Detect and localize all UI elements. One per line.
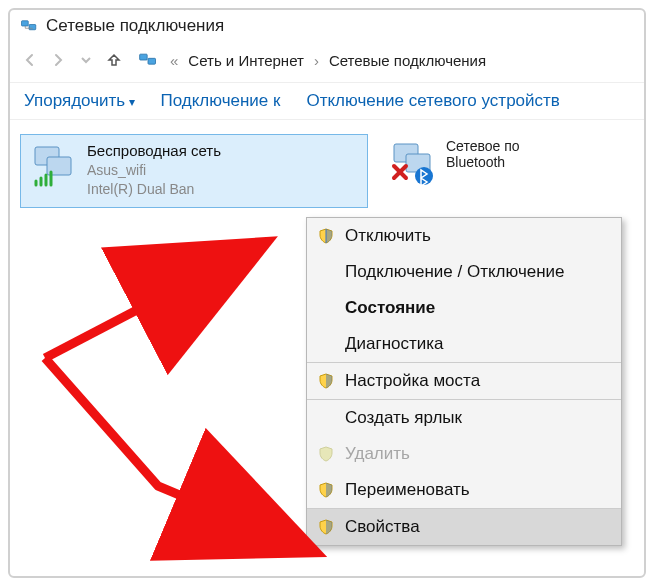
title-bar: Сетевые подключения <box>10 10 644 42</box>
back-button[interactable] <box>18 48 42 72</box>
ctx-label: Удалить <box>345 444 609 464</box>
ctx-label: Состояние <box>345 298 609 318</box>
wireless-adapter-icon <box>29 141 77 189</box>
shield-icon <box>317 445 335 463</box>
shield-icon <box>317 372 335 390</box>
connection-name: Сетевое по <box>446 138 520 154</box>
svg-rect-2 <box>140 54 148 60</box>
ctx-create-shortcut[interactable]: Создать ярлык <box>307 399 621 436</box>
breadcrumb-sep-1: › <box>312 52 321 69</box>
ctx-status[interactable]: Состояние <box>307 290 621 326</box>
ctx-label: Отключить <box>345 226 609 246</box>
connect-to-button[interactable]: Подключение к <box>161 91 281 111</box>
ctx-label: Переименовать <box>345 480 609 500</box>
bluetooth-adapter-icon <box>388 138 436 186</box>
forward-button[interactable] <box>46 48 70 72</box>
ctx-properties[interactable]: Свойства <box>307 508 621 545</box>
connection-ssid: Asus_wifi <box>87 161 221 180</box>
connection-line2: Bluetooth <box>446 154 520 170</box>
network-path-icon <box>138 50 158 70</box>
recent-dropdown[interactable] <box>74 48 98 72</box>
ctx-label: Диагностика <box>345 334 609 354</box>
ctx-label: Настройка моста <box>345 371 609 391</box>
ctx-label: Создать ярлык <box>345 408 609 428</box>
no-icon <box>317 335 335 353</box>
address-bar: « Сеть и Интернет › Сетевые подключения <box>10 42 644 82</box>
ctx-label: Свойства <box>345 517 609 537</box>
connection-name: Беспроводная сеть <box>87 141 221 161</box>
no-icon <box>317 263 335 281</box>
breadcrumb-seg-1[interactable]: Сеть и Интернет <box>184 52 308 69</box>
disable-device-button[interactable]: Отключение сетевого устройств <box>306 91 559 111</box>
window-frame: Сетевые подключения « Сеть и Интернет › … <box>8 8 646 578</box>
connection-adapter: Intel(R) Dual Ban <box>87 180 221 199</box>
breadcrumb-prefix: « <box>168 52 180 69</box>
window-title: Сетевые подключения <box>46 16 224 36</box>
shield-icon <box>317 227 335 245</box>
connection-item-text: Сетевое по Bluetooth <box>446 138 520 170</box>
ctx-delete: Удалить <box>307 436 621 472</box>
ctx-rename[interactable]: Переименовать <box>307 472 621 508</box>
ctx-bridge[interactable]: Настройка моста <box>307 362 621 399</box>
breadcrumb-seg-2[interactable]: Сетевые подключения <box>325 52 490 69</box>
context-menu: Отключить Подключение / Отключение Состо… <box>306 217 622 546</box>
toolbar: Упорядочить Подключение к Отключение сет… <box>10 82 644 120</box>
svg-rect-3 <box>148 58 156 64</box>
ctx-diagnostics[interactable]: Диагностика <box>307 326 621 362</box>
svg-rect-1 <box>29 25 36 30</box>
ctx-label: Подключение / Отключение <box>345 262 609 282</box>
ctx-disable[interactable]: Отключить <box>307 218 621 254</box>
ctx-connect-disconnect[interactable]: Подключение / Отключение <box>307 254 621 290</box>
connection-item-bluetooth[interactable]: Сетевое по Bluetooth <box>388 134 520 186</box>
svg-rect-0 <box>22 21 29 26</box>
organise-menu[interactable]: Упорядочить <box>24 91 135 111</box>
up-button[interactable] <box>102 48 126 72</box>
connection-item-text: Беспроводная сеть Asus_wifi Intel(R) Dua… <box>87 141 221 199</box>
network-connections-icon <box>20 17 38 35</box>
shield-icon <box>317 481 335 499</box>
no-icon <box>317 409 335 427</box>
connection-item-wireless[interactable]: Беспроводная сеть Asus_wifi Intel(R) Dua… <box>20 134 368 208</box>
shield-icon <box>317 518 335 536</box>
no-icon <box>317 299 335 317</box>
content-area: Беспроводная сеть Asus_wifi Intel(R) Dua… <box>10 120 644 222</box>
